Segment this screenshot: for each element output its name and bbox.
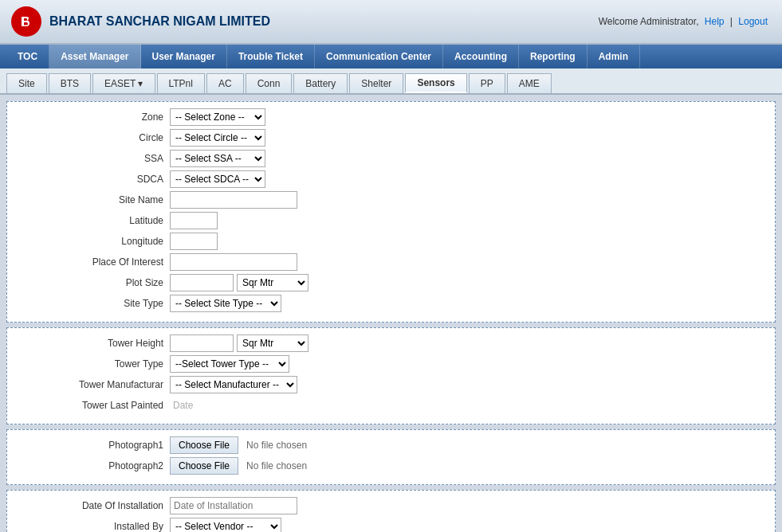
welcome-text: Welcome Administrator,: [599, 16, 699, 27]
plot-size-row: Plot Size Sqr Mtr Sqr Ft Acre: [10, 274, 772, 291]
tower-height-group: Sqr Mtr Sqr Ft: [170, 334, 308, 352]
photo1-label: Photograph1: [10, 440, 170, 451]
tab-site[interactable]: Site: [6, 73, 47, 93]
tab-ame[interactable]: AME: [507, 73, 552, 93]
date-of-installation-input[interactable]: [170, 497, 297, 514]
photo2-group: Choose File No file chosen: [170, 457, 307, 475]
ssa-select[interactable]: -- Select SSA --: [170, 150, 265, 167]
tab-shelter[interactable]: Shelter: [349, 73, 403, 93]
sdca-label: SDCA: [10, 174, 170, 185]
app-title: BHARAT SANCHAR NIGAM LIMITED: [49, 14, 270, 29]
tower-manufacturer-label: Tower Manufacturar: [10, 379, 170, 390]
plot-size-group: Sqr Mtr Sqr Ft Acre: [170, 274, 308, 291]
zone-select[interactable]: -- Select Zone --: [170, 108, 265, 126]
place-of-interest-label: Place Of Interest: [10, 256, 170, 268]
installation-section-panel: Date Of Installation Installed By -- Sel…: [6, 490, 776, 532]
tower-manufacturer-select[interactable]: -- Select Manufacturer --: [170, 376, 297, 393]
sdca-row: SDCA -- Select SDCA --: [10, 170, 772, 188]
photo1-group: Choose File No file chosen: [170, 436, 307, 454]
circle-select[interactable]: -- Select Circle --: [170, 129, 265, 147]
longitude-label: Longitude: [10, 236, 170, 247]
bsnl-logo-icon: [11, 6, 41, 37]
tab-easet[interactable]: EASET ▾: [92, 73, 155, 93]
site-type-select[interactable]: -- Select Site Type --: [170, 295, 281, 312]
tower-last-painted-date: Date: [170, 398, 196, 413]
photo2-choose-file-button[interactable]: Choose File: [170, 457, 238, 475]
photo1-choose-file-button[interactable]: Choose File: [170, 436, 238, 454]
tower-type-label: Tower Type: [10, 358, 170, 370]
photo2-row: Photograph2 Choose File No file chosen: [10, 457, 772, 475]
nav-accounting[interactable]: Accounting: [443, 45, 519, 68]
nav-admin[interactable]: Admin: [587, 45, 640, 68]
tab-conn[interactable]: Conn: [246, 73, 293, 93]
installed-by-row: Installed By -- Select Vendor --: [10, 518, 772, 532]
header-right: Welcome Administrator, Help | Logout: [599, 16, 771, 27]
site-type-row: Site Type -- Select Site Type --: [10, 295, 772, 312]
tab-bts[interactable]: BTS: [49, 73, 91, 93]
installed-by-label: Installed By: [10, 521, 170, 532]
photo1-no-file-text: No file chosen: [246, 440, 307, 451]
nav-asset-manager[interactable]: Asset Manager: [49, 45, 140, 68]
latitude-row: Latitude: [10, 212, 772, 229]
ssa-label: SSA: [10, 153, 170, 164]
tab-battery[interactable]: Battery: [293, 73, 348, 93]
date-of-installation-row: Date Of Installation: [10, 497, 772, 514]
tab-pp[interactable]: PP: [469, 73, 505, 93]
latitude-input[interactable]: [170, 212, 218, 229]
tab-bar: Site BTS EASET ▾ LTPnl AC Conn Battery S…: [0, 68, 782, 95]
header-logo: BHARAT SANCHAR NIGAM LIMITED: [11, 6, 270, 37]
zone-row: Zone -- Select Zone --: [10, 108, 772, 126]
tower-height-label: Tower Height: [10, 338, 170, 349]
help-link[interactable]: Help: [705, 16, 725, 27]
main-content: Zone -- Select Zone -- Circle -- Select …: [0, 95, 782, 532]
site-name-label: Site Name: [10, 194, 170, 205]
site-type-label: Site Type: [10, 298, 170, 309]
tab-sensors[interactable]: Sensors: [405, 73, 466, 93]
ssa-row: SSA -- Select SSA --: [10, 150, 772, 167]
tab-ac[interactable]: AC: [206, 73, 244, 93]
circle-row: Circle -- Select Circle --: [10, 129, 772, 147]
tab-ltpnl[interactable]: LTPnl: [157, 73, 205, 93]
plot-size-input[interactable]: [170, 274, 234, 291]
nav-trouble-ticket[interactable]: Trouble Ticket: [227, 45, 315, 68]
tower-type-row: Tower Type --Select Tower Type --: [10, 355, 772, 373]
nav-user-manager[interactable]: User Manager: [141, 45, 227, 68]
tower-type-select[interactable]: --Select Tower Type --: [170, 355, 289, 373]
photo1-row: Photograph1 Choose File No file chosen: [10, 436, 772, 454]
tower-height-row: Tower Height Sqr Mtr Sqr Ft: [10, 334, 772, 352]
tower-height-input[interactable]: [170, 334, 234, 352]
zone-section-panel: Zone -- Select Zone -- Circle -- Select …: [6, 101, 776, 323]
logout-link[interactable]: Logout: [738, 16, 768, 27]
tower-manufacturer-row: Tower Manufacturar -- Select Manufacture…: [10, 376, 772, 393]
sdca-select[interactable]: -- Select SDCA --: [170, 170, 265, 188]
tower-last-painted-row: Tower Last Painted Date: [10, 397, 772, 414]
photo2-label: Photograph2: [10, 460, 170, 471]
zone-label: Zone: [10, 111, 170, 123]
photograph-section-panel: Photograph1 Choose File No file chosen P…: [6, 429, 776, 485]
place-of-interest-input[interactable]: [170, 253, 297, 271]
nav-bar: TOC Asset Manager User Manager Trouble T…: [0, 45, 782, 68]
nav-toc[interactable]: TOC: [6, 45, 49, 68]
place-of-interest-row: Place Of Interest: [10, 253, 772, 271]
nav-communication-center[interactable]: Communication Center: [315, 45, 443, 68]
longitude-row: Longitude: [10, 233, 772, 250]
plot-size-unit-select[interactable]: Sqr Mtr Sqr Ft Acre: [237, 274, 308, 291]
tower-section-panel: Tower Height Sqr Mtr Sqr Ft Tower Type -…: [6, 327, 776, 424]
tower-last-painted-label: Tower Last Painted: [10, 400, 170, 411]
longitude-input[interactable]: [170, 233, 218, 250]
plot-size-label: Plot Size: [10, 277, 170, 288]
tower-height-unit-select[interactable]: Sqr Mtr Sqr Ft: [237, 334, 308, 352]
circle-label: Circle: [10, 132, 170, 143]
installed-by-select[interactable]: -- Select Vendor --: [170, 518, 281, 532]
header: BHARAT SANCHAR NIGAM LIMITED Welcome Adm…: [0, 0, 782, 45]
latitude-label: Latitude: [10, 215, 170, 226]
site-name-row: Site Name: [10, 191, 772, 209]
photo2-no-file-text: No file chosen: [246, 460, 307, 471]
nav-reporting[interactable]: Reporting: [519, 45, 587, 68]
site-name-input[interactable]: [170, 191, 297, 209]
date-of-installation-label: Date Of Installation: [10, 500, 170, 511]
